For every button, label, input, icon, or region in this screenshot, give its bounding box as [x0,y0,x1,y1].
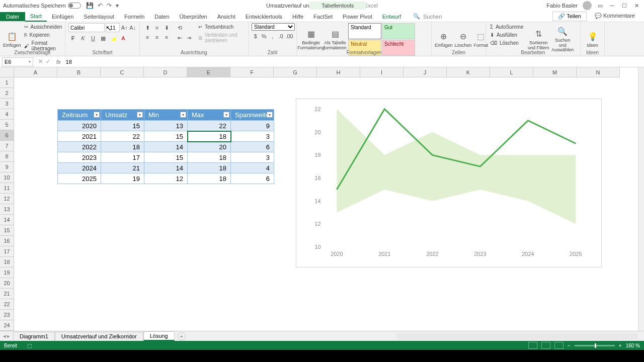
tab-daten[interactable]: Daten [149,12,174,21]
col-header[interactable]: F [230,67,274,77]
zoom-level[interactable]: 160 % [626,343,640,348]
table-cell[interactable]: 18 [188,163,231,173]
border-icon[interactable]: ▦ [99,34,108,43]
tab-entwurf[interactable]: Entwurf [377,12,406,21]
filter-dropdown-icon[interactable]: ▾ [267,112,273,118]
orientation-icon[interactable]: ⟲ [175,23,184,32]
col-header[interactable]: I [360,67,404,77]
row-header[interactable]: 1 [0,77,14,88]
table-cell[interactable]: 18 [188,131,231,142]
col-header[interactable]: G [274,67,317,77]
zoom-slider[interactable] [575,345,615,346]
align-left-icon[interactable]: ≡ [143,33,152,42]
tab-formeln[interactable]: Formeln [119,12,149,21]
select-all-corner[interactable] [0,67,14,77]
fill-color-icon[interactable]: ◢ [109,34,118,43]
sheet-tab[interactable]: Umsatzverlauf und Zielkorridor [55,332,143,340]
col-header[interactable]: D [144,67,187,77]
name-box[interactable]: E6▾ [2,57,33,66]
table-cell[interactable]: 6 [231,173,274,184]
row-header[interactable]: 22 [0,299,14,310]
italic-icon[interactable]: K [78,34,88,43]
fx-icon[interactable]: fx [56,59,61,65]
minimize-icon[interactable]: ─ [609,3,616,9]
row-header[interactable]: 20 [0,278,14,289]
col-header[interactable]: C [101,67,144,77]
table-cell[interactable]: 3 [231,152,274,163]
table-cell[interactable]: 15 [144,131,188,142]
filter-dropdown-icon[interactable]: ▾ [180,112,186,118]
chart[interactable]: 10121416182022202020212022202320242025 [296,99,602,267]
font-size-input[interactable] [106,23,120,32]
page-layout-view-icon[interactable] [541,342,550,349]
currency-icon[interactable]: $ [252,32,260,41]
table-cell[interactable]: 22 [188,121,231,131]
filter-dropdown-icon[interactable]: ▾ [223,112,229,118]
row-headers[interactable]: 123456789101112131415161718192021222324 [0,77,14,331]
chevron-down-icon[interactable]: ▾ [29,59,31,64]
column-headers[interactable]: ABCDEFGHIJKLMN [14,67,620,77]
filter-dropdown-icon[interactable]: ▾ [94,112,100,118]
style-gut[interactable]: Gut [382,23,415,39]
tab-factset[interactable]: FactSet [308,12,338,21]
row-header[interactable]: 10 [0,172,14,183]
decrease-decimal-icon[interactable]: .00 [285,32,293,41]
col-header[interactable]: E [187,67,230,77]
table-cell[interactable]: 2023 [58,152,101,163]
table-cell[interactable]: 6 [231,142,274,152]
formula-input[interactable]: 18 [64,59,644,65]
col-header[interactable]: M [533,67,577,77]
row-header[interactable]: 18 [0,257,14,267]
align-right-icon[interactable]: ≡ [162,33,171,42]
tab-einfügen[interactable]: Einfügen [47,12,78,21]
table-header[interactable]: Max▾ [188,110,231,121]
increase-indent-icon[interactable]: ⇥ [184,33,193,42]
row-header[interactable]: 19 [0,267,14,278]
table-header[interactable]: Umsatz▾ [101,110,144,121]
save-icon[interactable]: 💾 [86,2,94,9]
redo-icon[interactable]: ↷ [107,2,112,9]
ribbon-options-icon[interactable]: ▭ [597,3,604,9]
user-avatar-icon[interactable] [583,1,592,10]
table-cell[interactable]: 17 [101,152,144,163]
row-header[interactable]: 12 [0,194,14,204]
row-header[interactable]: 3 [0,99,14,109]
font-color-icon[interactable]: A [119,34,128,43]
fill-button[interactable]: ⬇ Ausfüllen [489,31,525,39]
normal-view-icon[interactable] [528,342,537,349]
tab-überprüfen[interactable]: Überprüfen [175,12,212,21]
row-header[interactable]: 9 [0,162,14,172]
table-cell[interactable]: 4 [231,163,274,173]
tab-hilfe[interactable]: Hilfe [287,12,308,21]
tab-seitenlayout[interactable]: Seitenlayout [78,12,119,21]
zoom-out-icon[interactable]: − [568,343,571,348]
share-button[interactable]: 🔗 Teilen [552,12,587,21]
align-bottom-icon[interactable]: ⬇ [162,23,171,32]
table-cell[interactable]: 15 [144,152,188,163]
col-header[interactable]: J [404,67,447,77]
row-header[interactable]: 5 [0,120,14,130]
sheet-nav-prev-icon[interactable]: ◂ [3,333,6,339]
row-header[interactable]: 17 [0,246,14,257]
copy-button[interactable]: ⎘ Kopieren [23,31,64,39]
tab-start[interactable]: Start [25,12,47,22]
merge-button[interactable]: ⊞ Verbinden und zentrieren [197,31,245,44]
add-sheet-button[interactable]: + [178,332,186,340]
increase-decimal-icon[interactable]: .0 [277,32,285,41]
table-cell[interactable]: 3 [231,131,274,142]
table-cell[interactable]: 2024 [58,163,101,173]
page-break-view-icon[interactable] [554,342,564,349]
table-cell[interactable]: 2021 [58,131,101,142]
tab-entwicklertools[interactable]: Entwicklertools [240,12,287,21]
comments-button[interactable]: 💬 Kommentare [590,12,640,21]
table-cell[interactable]: 19 [101,173,144,184]
tab-file[interactable]: Datei [0,12,25,21]
search-box[interactable]: 🔍 Suchen [413,13,442,20]
autosave-toggle[interactable]: Automatisches Speichern [3,3,81,9]
decrease-indent-icon[interactable]: ⇤ [175,33,184,42]
tab-ansicht[interactable]: Ansicht [212,12,240,21]
number-format-select[interactable]: Standard [252,23,295,31]
row-header[interactable]: 16 [0,236,14,246]
align-top-icon[interactable]: ⬆ [143,23,152,32]
row-header[interactable]: 4 [0,109,14,120]
